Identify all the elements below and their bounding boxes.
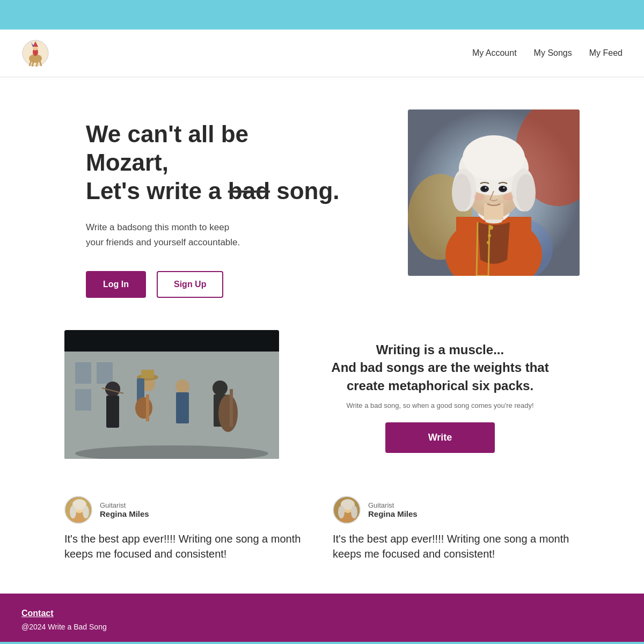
band-image-inner [64,330,279,459]
top-accent-bar [0,0,644,30]
footer-contact: Contact [21,609,623,618]
writing-muscle-section: Writing is a muscle... And bad songs are… [301,330,580,464]
navigation: My Account My Songs My Feed [0,30,644,77]
svg-point-29 [485,187,487,189]
svg-point-34 [488,234,491,237]
svg-point-62 [70,506,76,518]
svg-point-27 [482,186,487,191]
author-role: Guitarist [368,501,418,509]
footer: Contact @2024 Write a Bad Song [0,594,644,642]
testimonial-author: Guitarist Regina Miles [64,496,311,524]
svg-point-69 [351,506,357,518]
svg-line-7 [32,62,33,67]
svg-point-33 [489,225,493,230]
svg-point-63 [83,506,89,518]
author-info: Guitarist Regina Miles [368,501,418,518]
avatar [333,496,361,524]
login-button[interactable]: Log In [86,271,146,298]
contact-link[interactable]: Contact [21,609,54,618]
mid-section: Writing is a muscle... And bad songs are… [0,319,644,485]
avatar [64,496,92,524]
hero-section: We can't all be Mozart, Let's write a ba… [0,77,644,319]
svg-rect-57 [64,330,279,459]
testimonial-text: It's the best app ever!!!! Writing one s… [64,531,311,561]
mozart-image-container [408,109,580,276]
testimonial-card: Guitarist Regina Miles It's the best app… [64,496,311,561]
hero-left: We can't all be Mozart, Let's write a ba… [86,109,386,298]
nav-my-songs[interactable]: My Songs [534,48,572,58]
strikethrough-bad: bad [228,178,270,204]
footer-copyright: @2024 Write a Bad Song [21,623,623,631]
hero-subtitle: Write a badsong this month to keep your … [86,220,386,249]
muscle-quote: Writing is a muscle... And bad songs are… [331,341,548,395]
testimonial-card: Guitarist Regina Miles It's the best app… [333,496,580,561]
signup-button[interactable]: Sign Up [157,271,223,298]
svg-point-31 [474,193,485,201]
muscle-subtext: Write a bad song, so when a good song co… [346,401,533,409]
author-name: Regina Miles [100,509,149,518]
svg-point-23 [516,174,536,211]
testimonials-section: Guitarist Regina Miles It's the best app… [0,485,644,583]
nav-my-account[interactable]: My Account [472,48,517,58]
svg-point-24 [463,135,525,180]
testimonial-author: Guitarist Regina Miles [333,496,580,524]
nav-links: My Account My Songs My Feed [472,48,623,58]
author-role: Guitarist [100,501,149,509]
author-info: Guitarist Regina Miles [100,501,149,518]
svg-point-28 [500,186,506,191]
svg-point-32 [503,193,514,201]
bottom-accent-bar [0,642,644,644]
mozart-image [408,109,580,276]
logo[interactable] [21,39,49,67]
author-name: Regina Miles [368,509,418,518]
nav-my-feed[interactable]: My Feed [589,48,623,58]
hero-buttons: Log In Sign Up [86,271,386,298]
hero-title: We can't all be Mozart, Let's write a ba… [86,120,386,205]
hero-title-line3: Let's write a bad song. [86,178,340,204]
svg-point-35 [487,241,490,244]
testimonial-text: It's the best app ever!!!! Writing one s… [333,531,580,561]
band-image [64,330,279,459]
write-button[interactable]: Write [385,422,495,453]
svg-point-30 [503,187,505,189]
svg-point-68 [338,506,345,518]
svg-point-21 [452,174,471,211]
svg-line-8 [36,62,38,67]
